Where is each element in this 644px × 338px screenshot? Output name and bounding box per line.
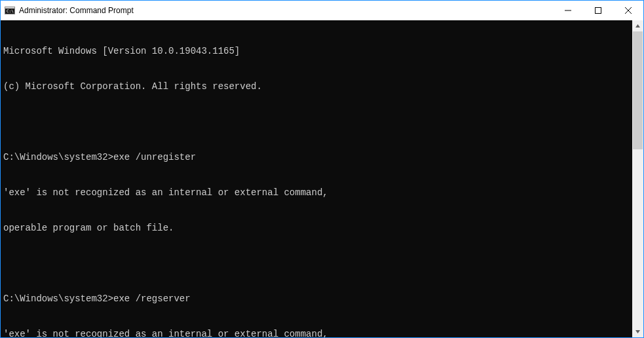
window-title: Administrator: Command Prompt — [19, 6, 134, 15]
close-button[interactable] — [613, 1, 643, 20]
terminal-line: 'exe' is not recognized as an internal o… — [3, 328, 632, 337]
svg-rect-3 — [596, 8, 601, 14]
maximize-button[interactable] — [583, 1, 613, 20]
terminal-line: C:\Windows\system32>exe /unregister — [3, 151, 632, 163]
scroll-down-button[interactable] — [632, 326, 643, 337]
svg-text:C:\: C:\ — [7, 9, 14, 13]
terminal-line: Microsoft Windows [Version 10.0.19043.11… — [3, 45, 632, 57]
minimize-button[interactable] — [553, 1, 583, 20]
terminal-line — [3, 257, 632, 269]
cmd-icon: C:\ — [5, 5, 15, 16]
scroll-track[interactable] — [632, 31, 643, 326]
terminal-line: 'exe' is not recognized as an internal o… — [3, 187, 632, 198]
titlebar[interactable]: C:\ Administrator: Command Prompt — [1, 1, 643, 20]
command-prompt-window: C:\ Administrator: Command Prompt Micros… — [0, 0, 644, 338]
terminal-line: (c) Microsoft Corporation. All rights re… — [3, 81, 632, 92]
terminal-line: C:\Windows\system32>exe /regserver — [3, 293, 632, 305]
terminal-line: operable program or batch file. — [3, 222, 632, 234]
vertical-scrollbar[interactable] — [632, 20, 643, 337]
scroll-up-button[interactable] — [632, 20, 643, 31]
terminal-line — [3, 116, 632, 128]
client-area: Microsoft Windows [Version 10.0.19043.11… — [1, 20, 643, 337]
scroll-thumb[interactable] — [633, 31, 643, 149]
terminal-output[interactable]: Microsoft Windows [Version 10.0.19043.11… — [1, 20, 632, 337]
